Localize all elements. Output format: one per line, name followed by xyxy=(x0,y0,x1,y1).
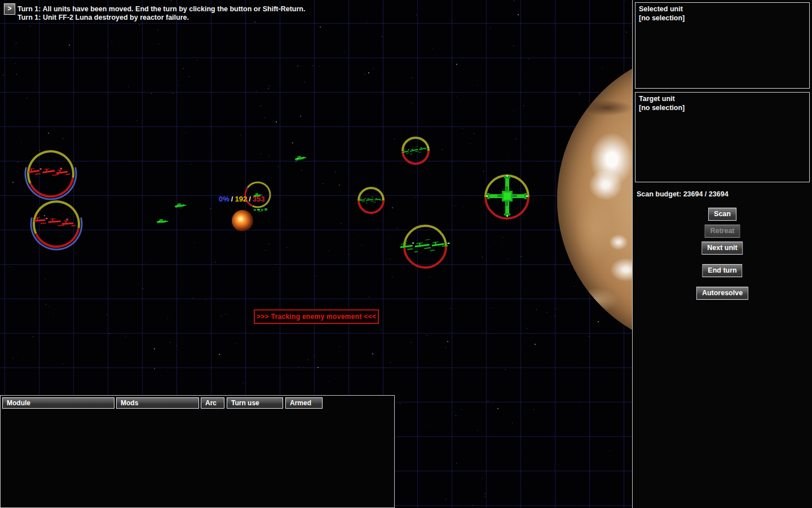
autoresolve-button[interactable]: Autoresolve xyxy=(696,287,748,300)
unit-friendly-fleet-2[interactable] xyxy=(354,183,389,218)
scan-budget-label: Scan budget: 23694 / 23694 xyxy=(637,190,729,198)
sidebar: Selected unit [no selection] Target unit… xyxy=(632,0,812,508)
unit-friendly-fleet-3[interactable] xyxy=(399,221,451,273)
target-unit-title: Target unit xyxy=(639,95,675,103)
green-ship-sprite xyxy=(293,152,308,165)
unit-friendly-fleet-1[interactable] xyxy=(398,133,434,169)
red-formation-sprite xyxy=(32,213,81,235)
column-header-arc: Arc xyxy=(201,397,224,409)
target-unit-body: [no selection] xyxy=(639,104,685,112)
log-expand-button[interactable]: > xyxy=(4,3,15,15)
unit-enemy-fleet-1[interactable] xyxy=(23,146,78,202)
target-unit-panel: Target unit [no selection] xyxy=(635,92,810,182)
unit-friendly-station[interactable] xyxy=(480,170,533,224)
green-ship-sprite xyxy=(173,199,188,211)
end-turn-button[interactable]: End turn xyxy=(702,264,742,277)
explosion-effect xyxy=(232,210,253,231)
selected-unit-title: Selected unit xyxy=(639,5,683,13)
unit-status-readout: 0%/192/353 xyxy=(219,195,264,203)
green-station-sprite xyxy=(486,175,528,219)
column-header-module: Module xyxy=(2,397,114,409)
selected-unit-body: [no selection] xyxy=(639,14,685,22)
unit-enemy-fleet-2[interactable] xyxy=(29,196,84,252)
module-table-panel: Module Mods Arc Turn use Armed xyxy=(0,395,395,508)
selected-unit-panel: Selected unit [no selection] xyxy=(635,2,810,89)
column-header-armed: Armed xyxy=(285,397,323,409)
hull-current: 192 xyxy=(235,195,247,203)
next-unit-button[interactable]: Next unit xyxy=(701,242,743,255)
log-line: Turn 1: Unit FF-2 Luna destroyed by reac… xyxy=(17,14,189,21)
scan-button[interactable]: Scan xyxy=(708,208,736,221)
column-header-mods: Mods xyxy=(116,397,199,409)
log-line: Turn 1: All units have been moved. End t… xyxy=(17,5,305,13)
retreat-button[interactable]: Retreat xyxy=(704,225,740,238)
hull-max: 353 xyxy=(253,195,265,203)
green-ship-sprite xyxy=(155,216,169,227)
game-window: 0%/192/353 >>> Tracking enemy movement <… xyxy=(0,0,812,508)
tracking-banner: >>> Tracking enemy movement <<< xyxy=(254,309,379,324)
column-header-turn-use: Turn use xyxy=(227,397,283,409)
green-tag-sprite xyxy=(254,204,268,214)
shield-percent: 0% xyxy=(219,195,230,203)
